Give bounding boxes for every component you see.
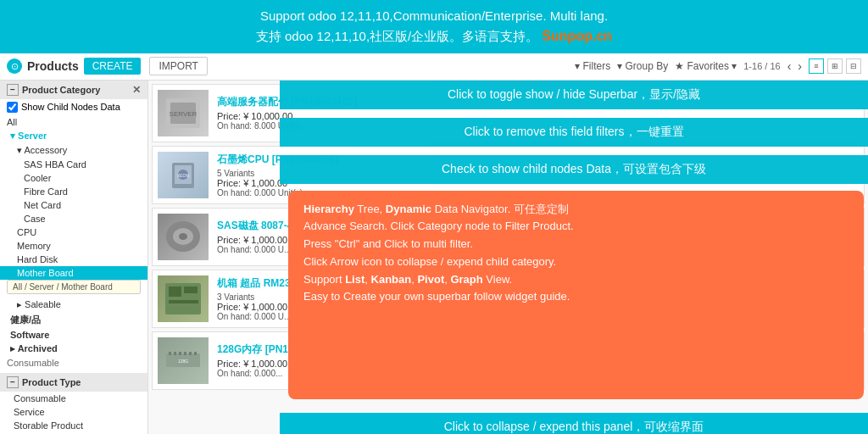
tree-item-archived[interactable]: ▸ Archived bbox=[0, 342, 147, 356]
product-list: SERVER 高端服务器配件 [PN19940102] Price: ¥ 10,… bbox=[148, 81, 868, 397]
import-button[interactable]: IMPORT bbox=[149, 57, 207, 75]
product-stock: On hand: 0.000 U... bbox=[217, 312, 859, 321]
product-stock: On hand: 0.000 U... bbox=[217, 245, 769, 254]
svg-text:128G: 128G bbox=[178, 359, 188, 364]
tree-item-cpu[interactable]: CPU bbox=[0, 225, 147, 239]
product-info: 石墨烯CPU [PN19000056] 5 Variants Price: ¥ … bbox=[217, 153, 859, 198]
product-extra: ...1800M [PN19040081] bbox=[769, 232, 859, 242]
product-row[interactable]: 128G 128G内存 [PN19040059...] Price: ¥ 1,0… bbox=[152, 331, 865, 390]
category-section-header[interactable]: − Product Category ✕ bbox=[0, 81, 147, 99]
svg-rect-11 bbox=[169, 287, 181, 297]
svg-rect-15 bbox=[169, 352, 171, 355]
product-type-label: Product Type bbox=[22, 377, 81, 387]
tree-item-saleable[interactable]: ▸ Saleable bbox=[0, 298, 147, 312]
tree-item-motherboard[interactable]: Mother Board bbox=[0, 266, 147, 280]
tree-item-server[interactable]: ▾ Server bbox=[0, 129, 147, 143]
favorites-button[interactable]: ★ Favorites ▾ bbox=[675, 60, 737, 72]
product-info: 机箱 超品 RM23... 3 Variants Price: ¥ 1,000.… bbox=[217, 276, 859, 321]
show-child-label: Show Child Nodes Data bbox=[21, 102, 120, 112]
product-name: SAS磁盘 8087-4... bbox=[217, 219, 769, 233]
product-area: SERVER 高端服务器配件 [PN19940102] Price: ¥ 10,… bbox=[148, 81, 868, 435]
main-content: − Product Category ✕ Show Child Nodes Da… bbox=[0, 81, 868, 435]
product-name: 128G内存 [PN19040059...] bbox=[217, 342, 859, 357]
type-service[interactable]: Service bbox=[0, 405, 147, 419]
svg-rect-20 bbox=[194, 352, 197, 355]
product-name: 机箱 超品 RM23... bbox=[217, 276, 859, 291]
product-row[interactable]: XEON 石墨烯CPU [PN19000056] 5 Variants Pric… bbox=[152, 146, 865, 204]
filters-button[interactable]: ▾ Filters bbox=[575, 60, 610, 72]
tree-item-cooler[interactable]: Cooler bbox=[0, 171, 147, 185]
product-price: Price: ¥ 1,000.00 bbox=[217, 178, 859, 188]
header-banner: Support odoo 12,11,10,Communication/Ente… bbox=[0, 0, 868, 53]
tree-path-tooltip: All / Server / Mother Board bbox=[7, 280, 141, 294]
tree-item-harddisk[interactable]: Hard Disk bbox=[0, 253, 147, 266]
product-variants: 5 Variants bbox=[217, 169, 859, 178]
product-image: XEON bbox=[158, 152, 209, 198]
type-consumable[interactable]: Consumable bbox=[0, 392, 147, 405]
type-storable[interactable]: Storable Product bbox=[0, 419, 147, 432]
product-stock: On hand: 0.000 Unit(s) bbox=[217, 188, 859, 198]
tree-item-memory[interactable]: Memory bbox=[0, 239, 147, 253]
product-row[interactable]: SERVER 高端服务器配件 [PN19940102] Price: ¥ 10,… bbox=[152, 84, 865, 142]
product-row[interactable]: SAS磁盘 8087-4... Price: ¥ 1,000.00 On han… bbox=[152, 208, 865, 266]
product-image bbox=[158, 214, 209, 260]
product-info: 128G内存 [PN19040059...] Price: ¥ 1,000.00… bbox=[217, 342, 859, 378]
product-stock: On hand: 0.000... bbox=[217, 369, 859, 378]
tree-item-accessory[interactable]: ▾ Accessory bbox=[0, 143, 147, 158]
product-image: SERVER bbox=[158, 90, 209, 136]
nav-prev[interactable]: ‹ bbox=[787, 59, 792, 73]
product-image: 128G bbox=[158, 337, 209, 384]
sidebar: − Product Category ✕ Show Child Nodes Da… bbox=[0, 81, 148, 435]
svg-text:SERVER: SERVER bbox=[170, 110, 198, 118]
product-price: Price: ¥ 1,000.00 bbox=[217, 359, 859, 369]
toolbar-right: ▾ Filters ▾ Group By ★ Favorites ▾ 1-16 … bbox=[575, 58, 861, 74]
view-icons: ≡ ⊞ ⊟ bbox=[809, 58, 861, 74]
product-name: 高端服务器配件 [PN19940102] bbox=[217, 95, 859, 109]
tree-item-sas-hba[interactable]: SAS HBA Card bbox=[0, 158, 147, 171]
close-sidebar-icon[interactable]: ✕ bbox=[132, 84, 141, 96]
svg-rect-13 bbox=[169, 300, 198, 303]
product-stock: On hand: 8.000 Unit(s) bbox=[217, 121, 859, 131]
consumable-label: Consumable bbox=[0, 356, 147, 370]
svg-point-9 bbox=[179, 233, 187, 240]
nav-next[interactable]: › bbox=[798, 59, 802, 73]
top-bar: ⊙ Products CREATE IMPORT ▾ Filters ▾ Gro… bbox=[0, 53, 868, 81]
svg-rect-19 bbox=[189, 352, 192, 355]
kanban-view-icon[interactable]: ⊞ bbox=[827, 58, 843, 74]
grid-view-icon[interactable]: ⊟ bbox=[846, 58, 861, 74]
tree-item-netcard[interactable]: Net Card bbox=[0, 198, 147, 212]
product-type-section-header[interactable]: − Product Type bbox=[0, 373, 147, 392]
header-line2: 支持 odoo 12,11,10,社区版/企业版。多语言支持。 Sunpop.c… bbox=[8, 26, 860, 47]
product-row[interactable]: 机箱 超品 RM23... 3 Variants Price: ¥ 1,000.… bbox=[152, 270, 865, 328]
sunpop-brand[interactable]: Sunpop.cn bbox=[542, 29, 612, 43]
tree-item-case[interactable]: Case bbox=[0, 212, 147, 225]
tree-item-fibre[interactable]: Fibre Card bbox=[0, 185, 147, 198]
breadcrumb-text: Products bbox=[27, 59, 79, 73]
svg-text:XEON: XEON bbox=[177, 173, 190, 178]
collapse-type-icon[interactable]: − bbox=[7, 376, 19, 388]
tree-item-health[interactable]: 健康/品 bbox=[0, 312, 147, 328]
tree-item-software[interactable]: Software bbox=[0, 328, 147, 342]
collapse-category-icon[interactable]: − bbox=[7, 84, 19, 96]
product-name: 石墨烯CPU [PN19000056] bbox=[217, 153, 859, 167]
category-header-label: Product Category bbox=[22, 85, 100, 95]
groupby-button[interactable]: ▾ Group By bbox=[617, 60, 668, 72]
show-child-checkbox-row[interactable]: Show Child Nodes Data bbox=[0, 99, 147, 115]
page-info: 1-16 / 16 bbox=[743, 61, 780, 71]
svg-rect-17 bbox=[179, 352, 181, 355]
header-line1: Support odoo 12,11,10,Communication/Ente… bbox=[8, 7, 860, 26]
svg-rect-12 bbox=[184, 287, 198, 293]
tooltip-collapse-panel: Click to collapse / expend this panel，可收… bbox=[280, 413, 868, 435]
create-button[interactable]: CREATE bbox=[84, 58, 142, 75]
breadcrumb-area: ⊙ Products CREATE IMPORT bbox=[7, 57, 575, 75]
product-info: 高端服务器配件 [PN19940102] Price: ¥ 10,000.00 … bbox=[217, 95, 859, 131]
show-child-checkbox[interactable] bbox=[7, 102, 18, 113]
breadcrumb-icon[interactable]: ⊙ bbox=[7, 58, 22, 74]
svg-rect-16 bbox=[174, 352, 176, 355]
product-variants: 3 Variants bbox=[217, 292, 859, 302]
list-view-icon[interactable]: ≡ bbox=[809, 58, 824, 74]
tree-item-all[interactable]: All bbox=[0, 115, 147, 129]
svg-rect-18 bbox=[184, 352, 186, 355]
product-price: Price: ¥ 10,000.00 bbox=[217, 111, 859, 121]
product-info: SAS磁盘 8087-4... Price: ¥ 1,000.00 On han… bbox=[217, 219, 769, 254]
